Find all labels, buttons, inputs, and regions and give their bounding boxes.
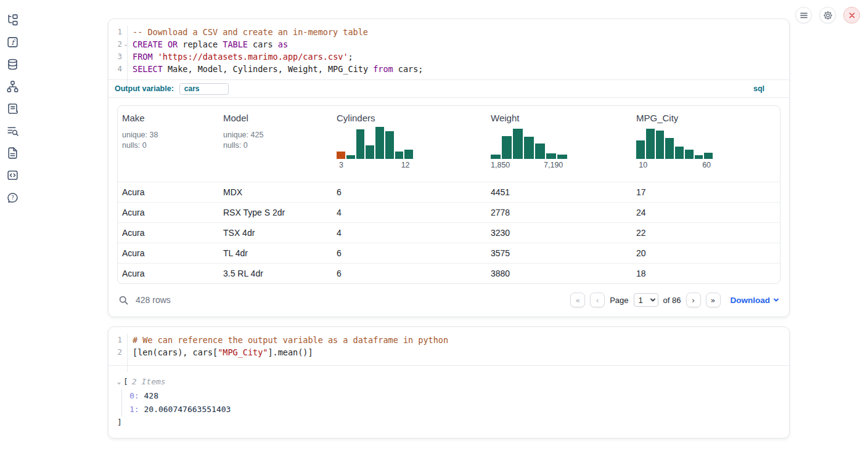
hist-bar xyxy=(404,150,413,159)
histogram[interactable]: 1,8507,190 xyxy=(491,127,567,171)
logs-icon[interactable] xyxy=(6,102,19,115)
histogram[interactable]: 312 xyxy=(337,127,413,171)
table-cell: 2778 xyxy=(486,208,632,217)
line-number: 1 xyxy=(108,26,122,38)
sql-code-editor[interactable]: 12⌄34 -- Download a CSV and create an in… xyxy=(108,19,789,79)
python-code-editor[interactable]: 12 # We can reference the output variabl… xyxy=(108,327,789,365)
table-cell: Acura xyxy=(118,187,219,197)
hist-axis-labels: 1,8507,190 xyxy=(491,160,567,171)
column-name: Cylinders xyxy=(337,113,486,123)
table-cell: MDX xyxy=(219,187,332,197)
table-cell: 4 xyxy=(332,208,486,217)
line-number: 2⌄ xyxy=(108,38,122,51)
column-name: MPG_City xyxy=(636,113,780,123)
column-header[interactable]: Modelunique: 425nulls: 0 xyxy=(219,106,332,182)
hist-bar xyxy=(546,153,556,159)
column-name: Weight xyxy=(491,113,632,123)
next-page-button[interactable]: › xyxy=(686,293,701,307)
histogram[interactable]: 1060 xyxy=(636,127,713,171)
table-cell: 6 xyxy=(332,187,486,197)
collapse-chevron-icon[interactable]: ⌄ xyxy=(117,376,121,388)
datasources-icon[interactable] xyxy=(6,58,19,71)
code-line: SELECT Make, Model, Cylinders, Weight, M… xyxy=(133,63,423,75)
column-header[interactable]: Weight1,8507,190 xyxy=(486,106,632,182)
table-cell: 6 xyxy=(332,248,486,258)
hist-bar xyxy=(356,129,365,159)
menu-button[interactable] xyxy=(795,7,812,23)
hist-axis-labels: 1060 xyxy=(636,160,713,171)
table-cell: 18 xyxy=(632,269,780,278)
page-select[interactable]: 1 xyxy=(634,293,658,307)
file-explorer-icon[interactable] xyxy=(6,14,19,26)
table-row[interactable]: AcuraTL 4dr6357520 xyxy=(118,243,780,263)
line-number: 4 xyxy=(108,63,122,75)
snippets-icon[interactable] xyxy=(6,169,19,182)
hist-bar xyxy=(535,144,545,159)
notebook: 12⌄34 -- Download a CSV and create an in… xyxy=(108,18,790,439)
shutdown-button[interactable] xyxy=(843,7,860,23)
table-cell: 24 xyxy=(632,208,780,217)
table-row[interactable]: AcuraMDX6445117 xyxy=(118,182,780,202)
table-cell: Acura xyxy=(118,248,219,258)
close-icon xyxy=(848,11,856,20)
sql-cell: 12⌄34 -- Download a CSV and create an in… xyxy=(108,18,790,317)
table-cell: 3.5 RL 4dr xyxy=(219,269,332,278)
fold-chevron-icon[interactable]: ⌄ xyxy=(125,38,128,50)
gear-icon xyxy=(823,10,833,20)
table-row[interactable]: Acura3.5 RL 4dr6388018 xyxy=(118,263,780,283)
hist-bar xyxy=(685,150,694,159)
hist-bar xyxy=(513,129,523,159)
hist-bar xyxy=(646,129,655,159)
items-count: 2 Items xyxy=(132,376,166,388)
column-name: Make xyxy=(122,113,219,123)
table-cell: Acura xyxy=(118,208,219,217)
hist-bar xyxy=(695,155,703,159)
hist-axis-labels: 312 xyxy=(337,160,413,171)
dependency-graph-icon[interactable] xyxy=(6,80,19,93)
download-button[interactable]: Download xyxy=(731,296,780,305)
previous-page-button[interactable]: ‹ xyxy=(590,293,605,307)
line-number: 1 xyxy=(108,334,122,346)
variables-icon[interactable]: f xyxy=(6,36,19,49)
sql-cell-output: Makeunique: 38nulls: 0Modelunique: 425nu… xyxy=(108,98,789,314)
svg-text:f: f xyxy=(11,38,16,47)
line-number: 2 xyxy=(108,346,122,358)
documentation-icon[interactable] xyxy=(6,147,19,160)
table-cell: 4451 xyxy=(486,187,632,197)
table-row[interactable]: AcuraRSX Type S 2dr4277824 xyxy=(118,202,780,222)
first-page-button[interactable]: « xyxy=(570,293,585,307)
output-variable-input[interactable] xyxy=(179,83,229,95)
help-icon[interactable]: ? xyxy=(6,191,19,204)
tree-key: 1: xyxy=(129,405,139,414)
hist-bar xyxy=(704,153,713,159)
close-bracket: ] xyxy=(117,416,789,429)
tree-value: 20.060747663551403 xyxy=(139,405,231,414)
hist-bar xyxy=(337,152,345,159)
table-cell: TSX 4dr xyxy=(219,228,332,238)
column-header[interactable]: Cylinders312 xyxy=(332,106,486,182)
code-line: FROM 'https://datasets.marimo.app/cars.c… xyxy=(133,51,423,63)
line-number-gutter: 12 xyxy=(108,334,127,365)
column-header[interactable]: MPG_City1060 xyxy=(632,106,780,182)
hist-bar xyxy=(366,145,374,159)
hist-bar xyxy=(656,131,665,159)
sql-code[interactable]: -- Download a CSV and create an in-memor… xyxy=(128,26,423,79)
table-cell: Acura xyxy=(118,228,219,238)
search-icon[interactable] xyxy=(118,295,129,305)
last-page-button[interactable]: » xyxy=(706,293,721,307)
text-search-icon[interactable] xyxy=(6,124,19,137)
line-number-gutter: 12⌄34 xyxy=(108,26,127,79)
table-cell: Acura xyxy=(118,269,219,278)
table-cell: 3880 xyxy=(486,269,632,278)
python-code[interactable]: # We can reference the output variable a… xyxy=(128,334,448,365)
column-header[interactable]: Makeunique: 38nulls: 0 xyxy=(118,106,219,182)
table-footer: 428 rows « ‹ Page 1 of 86 › xyxy=(117,286,780,314)
download-label: Download xyxy=(731,296,771,305)
notebook-controls xyxy=(795,7,860,23)
settings-button[interactable] xyxy=(819,7,836,23)
table-row[interactable]: AcuraTSX 4dr4323022 xyxy=(118,222,780,243)
column-name: Model xyxy=(223,113,332,123)
hist-bar xyxy=(491,155,501,159)
python-cell: 12 # We can reference the output variabl… xyxy=(108,326,790,439)
table-body: AcuraMDX6445117AcuraRSX Type S 2dr427782… xyxy=(118,182,780,283)
